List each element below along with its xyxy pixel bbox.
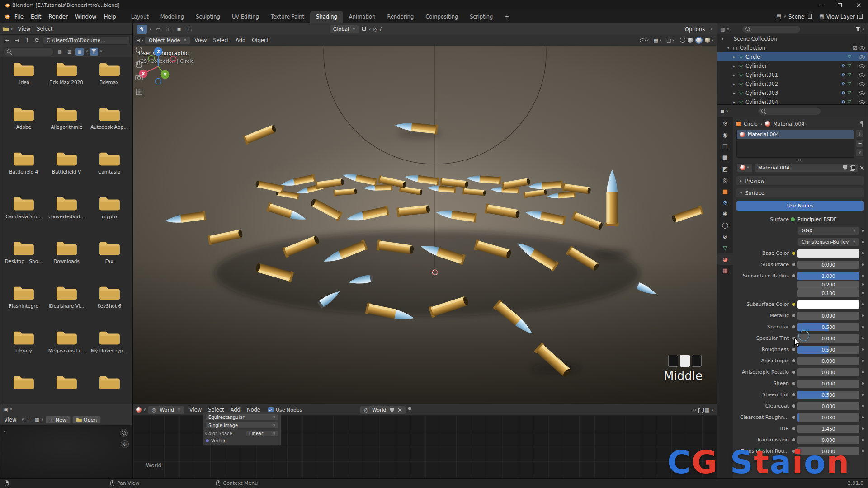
animate-dot[interactable] [862,416,864,418]
value-slider[interactable] [797,300,859,309]
expand-arrow-icon[interactable]: ▸ [732,73,736,77]
properties-tab[interactable]: ◯ [717,220,733,231]
value-slider[interactable]: 0.000 [797,312,859,320]
overlays-icon[interactable]: ◫ [666,38,671,43]
animate-dot[interactable] [862,292,864,294]
add-slot-button[interactable]: + [856,130,864,138]
value-slider[interactable]: 0.000 [797,261,859,269]
animate-dot[interactable] [862,360,864,362]
up-button[interactable]: ↑ [23,36,31,44]
animate-dot[interactable] [862,241,864,243]
transform-orientation-dropdown[interactable]: Global [329,25,359,33]
material-slot-row[interactable]: Material.004 [737,130,854,139]
file-search-input[interactable] [3,47,54,56]
folder-item[interactable]: iDealshare Vi... [47,285,86,329]
menu-item[interactable]: View [191,37,210,43]
properties-tab[interactable]: ◩ [717,163,733,174]
blender-menu-logo-icon[interactable] [3,13,11,20]
menu-item[interactable]: Select [210,37,232,43]
outliner-row[interactable]: ▸ ▽ Circle [717,52,868,61]
animate-dot[interactable] [862,283,864,286]
menu-item[interactable]: Render [45,14,71,20]
material-preview-active[interactable] [695,37,703,44]
remove-slot-button[interactable]: − [856,139,864,147]
use-nodes-button[interactable]: Use Nodes [736,201,864,211]
file-browser-editor-icon[interactable] [3,27,9,31]
workspace-tab[interactable]: Layout [125,11,155,23]
value-slider[interactable]: 1.450 [797,425,859,433]
preview-section-header[interactable]: ▸ Preview [736,176,864,185]
detail-view-button[interactable]: ▥ [66,48,74,56]
image-editor-canvas[interactable]: › ✣ [0,425,132,478]
properties-tab[interactable]: ▩ [717,265,733,276]
animate-dot[interactable] [862,450,864,452]
value-slider[interactable]: 0.500 [797,323,859,331]
maximize-button[interactable] [830,0,849,10]
workspace-tab[interactable]: Rendering [381,11,420,23]
folder-item[interactable] [47,374,86,404]
solid-shading-icon[interactable] [688,38,693,43]
workspace-tab[interactable]: Shading [310,11,343,23]
menu-item[interactable]: Window [71,14,100,20]
folder-item[interactable]: KeyShot 6 [90,285,129,329]
expand-arrow-icon[interactable]: ▸ [732,91,736,95]
value-slider[interactable]: 0.000 [797,402,859,410]
refresh-button[interactable]: ⟳ [33,36,41,44]
properties-tab[interactable]: ▦ [717,152,733,163]
menu-item[interactable]: Add [232,37,249,43]
animate-dot[interactable] [862,394,864,396]
folder-item[interactable]: Adobe [4,106,43,150]
browse-material-button[interactable] [736,163,753,172]
value-slider[interactable]: 0.500 [797,346,859,354]
animate-dot[interactable] [862,303,864,305]
subsurface-method-dropdown[interactable]: Christensen-Burley [797,238,859,246]
visibility-eye-icon[interactable] [640,38,646,42]
distribution-dropdown[interactable]: GGX [797,226,859,235]
breadcrumb-material[interactable]: Material.004 [773,121,804,127]
folder-item[interactable]: Battlefield 4 [4,150,43,195]
hide-eye-icon[interactable] [859,46,865,50]
workspace-tab[interactable]: Animation [343,11,382,23]
material-name-field[interactable]: Material.004 [755,163,858,172]
outliner-row[interactable]: ▸ ▽ Cylinder [717,61,868,70]
new-image-button[interactable]: +New [46,416,71,424]
folder-item[interactable]: Autodesk App... [90,106,129,150]
surface-shader-value[interactable]: Principled BSDF [797,216,837,222]
breadcrumb-object[interactable]: Circle [744,121,758,127]
hide-eye-icon[interactable] [859,100,865,104]
falloff-icon[interactable]: ∕ [380,27,382,32]
menu-item[interactable]: View [15,26,33,32]
workspace-tab[interactable]: UV Editing [226,11,265,23]
properties-editor-icon[interactable]: ≡ [720,109,724,114]
pin-icon[interactable] [408,407,412,413]
outliner-row[interactable]: ▸ ▽ Cylinder.002 [717,80,868,89]
viewport-editor-icon[interactable]: ⊞ [136,38,140,43]
rendered-shading-icon[interactable] [705,38,710,43]
scene-selector[interactable]: ▤ Scene [776,14,811,20]
unlink-material-icon[interactable] [860,166,864,170]
outliner-row[interactable]: ▸ ▽ Cylinder.003 [717,89,868,98]
properties-tab[interactable]: ⚙ [717,197,733,208]
shader-editor-icon[interactable] [136,407,142,413]
snap-icon[interactable]: ↔ [693,408,697,413]
world-datablock-field[interactable]: ◎ World [360,406,406,414]
properties-tab[interactable]: ▽ [717,242,733,253]
select-extend-button[interactable]: ◫ [165,25,173,33]
properties-tab[interactable]: ⚙ [717,118,733,129]
zoom-button[interactable] [120,429,128,437]
properties-search-input[interactable] [758,108,821,115]
folder-item[interactable]: .idea [4,61,43,106]
new-scene-icon[interactable] [807,14,811,19]
folder-item[interactable]: Megascans Li... [47,329,86,374]
outliner-row[interactable]: ▾ ▢ Collection [717,43,868,52]
fake-user-shield-icon[interactable] [843,165,847,170]
thumbnail-view-button[interactable]: ▦ [75,48,84,56]
folder-item[interactable]: Downloads [47,240,86,285]
material-slot-list[interactable]: Material.004 [736,130,854,158]
back-button[interactable]: ← [3,36,11,44]
list-view-button[interactable]: ▤ [56,48,64,56]
animate-dot[interactable] [862,371,864,373]
animate-dot[interactable] [862,382,864,385]
menu-item[interactable]: File [11,14,27,20]
image-editor-icon[interactable]: ▣ [3,407,8,412]
